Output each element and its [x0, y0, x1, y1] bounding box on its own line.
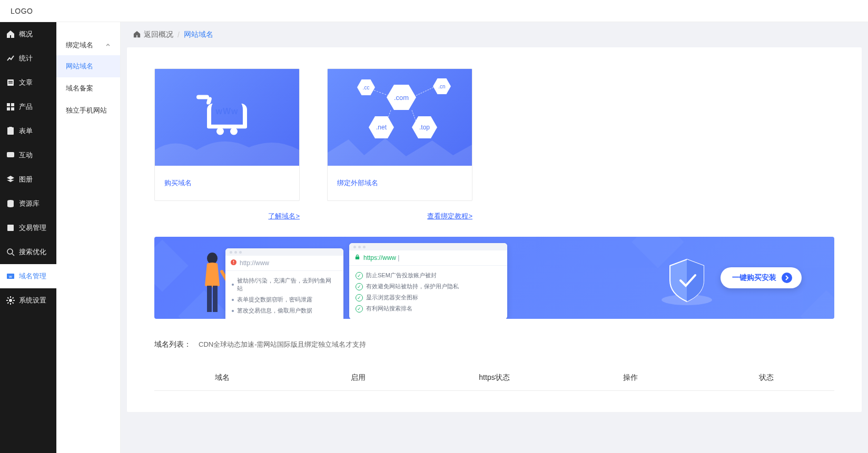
http-drawback: 表单提交数据窃听，密码泄露 [232, 294, 337, 305]
https-url: https://www | [363, 254, 399, 261]
svg-point-15 [9, 299, 12, 302]
sidebar-label: 表单 [19, 126, 33, 136]
sub-item-site-domain[interactable]: 网站域名 [56, 55, 120, 77]
svg-rect-18 [213, 286, 218, 312]
card-illustration: .cc .com .cn .net .top [328, 69, 472, 166]
svg-rect-11 [7, 225, 14, 231]
link-bind-tutorial[interactable]: 查看绑定教程> [427, 212, 472, 220]
domain-icon: w [6, 272, 15, 280]
svg-rect-5 [7, 107, 10, 110]
grid-icon [6, 103, 15, 111]
hex-tld: .cn [433, 78, 451, 94]
col-action: 操作 [563, 373, 698, 382]
card-bind-domain[interactable]: .cc .com .cn .net .top 绑定外部域名 [327, 68, 472, 201]
http-url: http://www [240, 259, 269, 267]
sidebar-label: 互动 [19, 150, 33, 160]
sidebar-item-overview[interactable]: 概况 [0, 22, 56, 46]
sidebar-item-domain[interactable]: w 域名管理 [0, 264, 56, 288]
card-title: 购买域名 [155, 166, 299, 200]
sidebar-label: 搜索优化 [19, 247, 46, 257]
breadcrumb: 返回概况 / 网站域名 [121, 22, 868, 47]
sidebar-item-forms[interactable]: 表单 [0, 119, 56, 143]
hex-tld: .com [387, 85, 416, 110]
svg-point-16 [207, 253, 218, 264]
person-illustration [196, 249, 228, 319]
seo-icon [6, 248, 15, 256]
sidebar-label: 资源库 [19, 199, 40, 208]
arrow-right-icon [782, 273, 792, 283]
svg-rect-3 [7, 103, 10, 106]
sidebar-item-gallery[interactable]: 图册 [0, 167, 56, 192]
https-window: https://www | 防止SEM广告投放账户被封 有效避免网站被劫持，保护… [349, 243, 507, 319]
svg-rect-1 [8, 81, 13, 82]
list-subtitle: CDN全球动态加速-需网站国际版且绑定独立域名才支持 [199, 340, 367, 349]
chevron-up-icon [105, 42, 111, 49]
svg-rect-4 [11, 103, 14, 106]
svg-text:w: w [8, 274, 12, 279]
sub-sidebar-title: 绑定域名 [66, 41, 93, 50]
home-icon [6, 30, 15, 38]
sidebar-item-library[interactable]: 资源库 [0, 192, 56, 216]
http-window: http://www 被劫持/污染，充满广告，去到钓鱼网站 表单提交数据窃听，密… [225, 248, 343, 319]
sidebar-label: 文章 [19, 78, 33, 87]
https-benefit: 有效避免网站被劫持，保护用户隐私 [356, 281, 501, 292]
sidebar-label: 概况 [19, 29, 33, 39]
list-title: 域名列表： [154, 340, 191, 349]
svg-rect-7 [7, 127, 14, 135]
https-benefit: 显示浏览器安全图标 [356, 292, 501, 303]
svg-point-12 [7, 249, 13, 254]
svg-rect-2 [8, 83, 13, 84]
sidebar-item-stats[interactable]: 统计 [0, 46, 56, 71]
http-drawback: 篡改交易信息，偷取用户数据 [232, 305, 337, 316]
domain-list-heading: 域名列表： CDN全球动态加速-需网站国际版且绑定独立域名才支持 [154, 340, 834, 349]
sidebar-item-products[interactable]: 产品 [0, 95, 56, 119]
https-banner: http://www 被劫持/污染，充满广告，去到钓鱼网站 表单提交数据窃听，密… [154, 237, 834, 319]
home-icon [133, 31, 141, 39]
main-sidebar: 概况 统计 文章 产品 表单 互动 图册 资源库 [0, 22, 56, 453]
app-header: LOGO [0, 0, 868, 22]
col-https: https状态 [426, 373, 562, 382]
col-enable: 启用 [290, 373, 426, 382]
domain-table: 域名 启用 https状态 操作 状态 [154, 365, 834, 391]
breadcrumb-sep: / [177, 31, 180, 39]
sidebar-label: 产品 [19, 102, 33, 112]
form-icon [6, 127, 15, 135]
sidebar-label: 域名管理 [19, 271, 46, 281]
svg-rect-23 [356, 257, 359, 260]
https-benefit: 有利网站搜索排名 [356, 303, 501, 314]
card-buy-domain[interactable]: wWw 购买域名 [154, 68, 300, 201]
hex-tld: .cc [357, 79, 375, 95]
sidebar-item-interact[interactable]: 互动 [0, 143, 56, 167]
sub-item-icp[interactable]: 域名备案 [56, 77, 120, 99]
main-content: 返回概况 / 网站域名 wWw [121, 22, 868, 453]
shield-icon [660, 255, 713, 309]
sidebar-item-trade[interactable]: 交易管理 [0, 216, 56, 240]
gear-icon [6, 296, 15, 305]
cart-www-text: wWw [211, 107, 243, 116]
breadcrumb-back[interactable]: 返回概况 [133, 30, 173, 39]
sidebar-label: 系统设置 [19, 296, 46, 305]
svg-rect-6 [11, 107, 14, 110]
https-benefit: 防止SEM广告投放账户被封 [356, 270, 501, 281]
sidebar-item-articles[interactable]: 文章 [0, 71, 56, 95]
svg-rect-22 [233, 263, 234, 264]
svg-rect-17 [207, 286, 212, 312]
card-illustration: wWw [155, 69, 299, 166]
install-button[interactable]: 一键购买安装 [721, 267, 802, 288]
sidebar-item-seo[interactable]: 搜索优化 [0, 240, 56, 264]
sidebar-label: 交易管理 [19, 223, 46, 233]
sub-sidebar-header[interactable]: 绑定域名 [56, 35, 120, 55]
layers-icon [6, 175, 15, 184]
sidebar-item-settings[interactable]: 系统设置 [0, 288, 56, 313]
install-button-label: 一键购买安装 [732, 273, 776, 283]
sub-sidebar: 绑定域名 网站域名 域名备案 独立手机网站 [56, 22, 121, 453]
breadcrumb-current: 网站域名 [184, 30, 213, 39]
svg-rect-9 [7, 152, 14, 157]
breadcrumb-back-label: 返回概况 [144, 30, 173, 39]
sidebar-label: 图册 [19, 175, 33, 184]
sub-item-mobile[interactable]: 独立手机网站 [56, 99, 120, 122]
col-status: 状态 [698, 373, 834, 382]
logo: LOGO [11, 7, 33, 15]
link-learn-domain[interactable]: 了解域名> [268, 212, 300, 220]
doc-icon [6, 78, 15, 87]
